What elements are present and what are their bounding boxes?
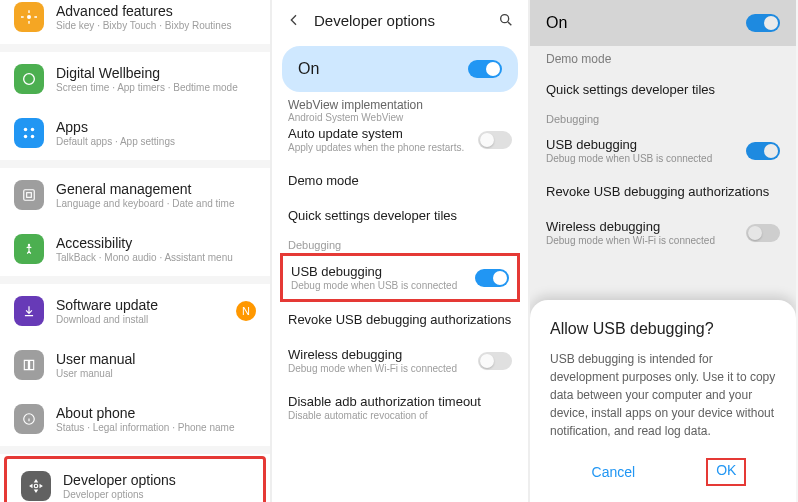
wellbeing-icon xyxy=(14,64,44,94)
toggle-off-icon[interactable] xyxy=(746,224,780,242)
item-title: Digital Wellbeing xyxy=(56,65,256,81)
svg-point-10 xyxy=(34,484,38,488)
svg-point-0 xyxy=(27,15,31,19)
svg-point-3 xyxy=(31,128,35,132)
auto-update-row[interactable]: Auto update systemApply updates when the… xyxy=(272,116,528,163)
svg-point-8 xyxy=(28,244,30,246)
settings-item-about[interactable]: About phoneStatus · Legal information · … xyxy=(0,392,270,446)
item-title: Developer options xyxy=(63,472,249,488)
settings-item-general[interactable]: General managementLanguage and keyboard … xyxy=(0,168,270,222)
item-sub: User manual xyxy=(56,368,256,379)
toggle-on-icon[interactable] xyxy=(475,269,509,287)
row-sub: Apply updates when the phone restarts. xyxy=(288,142,464,153)
toggle-off-icon[interactable] xyxy=(478,352,512,370)
svg-point-4 xyxy=(24,135,28,139)
developer-icon xyxy=(21,471,51,501)
item-sub: Developer options xyxy=(63,489,249,500)
usb-debugging-row[interactable]: USB debuggingDebug mode when USB is conn… xyxy=(530,127,796,174)
item-sub: Side key · Bixby Touch · Bixby Routines xyxy=(56,20,256,31)
svg-point-5 xyxy=(31,135,35,139)
manual-icon xyxy=(14,350,44,380)
row-sub: Debug mode when Wi-Fi is connected xyxy=(288,363,457,374)
demo-mode-row[interactable]: Demo mode xyxy=(272,163,528,198)
advanced-icon xyxy=(14,2,44,32)
quick-tiles-row[interactable]: Quick settings developer tiles xyxy=(530,72,796,107)
settings-item-wellbeing[interactable]: Digital WellbeingScreen time · App timer… xyxy=(0,52,270,106)
back-icon[interactable] xyxy=(284,10,304,30)
software-icon xyxy=(14,296,44,326)
search-icon[interactable] xyxy=(496,10,516,30)
allow-usb-dialog: Allow USB debugging? USB debugging is in… xyxy=(530,300,796,502)
revoke-row[interactable]: Revoke USB debugging authorizations xyxy=(272,302,528,337)
dev-master-toggle[interactable]: On xyxy=(530,0,796,46)
toggle-on-icon[interactable] xyxy=(468,60,502,78)
wireless-debug-row[interactable]: Wireless debuggingDebug mode when Wi-Fi … xyxy=(272,337,528,384)
developer-options-pane: Developer options On WebView implementat… xyxy=(272,0,530,502)
item-title: Advanced features xyxy=(56,3,256,19)
settings-item-advanced[interactable]: Advanced featuresSide key · Bixby Touch … xyxy=(0,0,270,44)
apps-icon xyxy=(14,118,44,148)
dev-master-toggle[interactable]: On xyxy=(282,46,518,92)
row-sub: Debug mode when USB is connected xyxy=(291,280,457,291)
usb-debugging-row[interactable]: USB debuggingDebug mode when USB is conn… xyxy=(280,253,520,302)
settings-item-manual[interactable]: User manualUser manual xyxy=(0,338,270,392)
item-title: User manual xyxy=(56,351,256,367)
revoke-row[interactable]: Revoke USB debugging authorizations xyxy=(530,174,796,209)
toggle-on-icon[interactable] xyxy=(746,142,780,160)
item-title: Accessibility xyxy=(56,235,256,251)
toggle-on-icon[interactable] xyxy=(746,14,780,32)
svg-point-11 xyxy=(501,15,509,23)
dialog-title: Allow USB debugging? xyxy=(550,320,776,338)
toggle-off-icon[interactable] xyxy=(478,131,512,149)
item-sub: Language and keyboard · Date and time xyxy=(56,198,256,209)
item-sub: Screen time · App timers · Bedtime mode xyxy=(56,82,256,93)
row-title: Wireless debugging xyxy=(288,347,457,362)
settings-item-software[interactable]: Software updateDownload and install N xyxy=(0,284,270,338)
item-sub: TalkBack · Mono audio · Assistant menu xyxy=(56,252,256,263)
row-title: Auto update system xyxy=(288,126,464,141)
svg-rect-7 xyxy=(27,193,32,198)
update-badge: N xyxy=(236,301,256,321)
developer-options-dialog-pane: On Demo mode Quick settings developer ti… xyxy=(530,0,796,502)
item-title: General management xyxy=(56,181,256,197)
on-label: On xyxy=(298,60,319,78)
item-sub: Status · Legal information · Phone name xyxy=(56,422,256,433)
accessibility-icon xyxy=(14,234,44,264)
item-sub: Download and install xyxy=(56,314,224,325)
dialog-body: USB debugging is intended for developmen… xyxy=(550,350,776,440)
demo-mode-row[interactable]: Demo mode xyxy=(530,46,796,72)
debugging-section: Debugging xyxy=(530,107,796,127)
adb-timeout-row[interactable]: Disable adb authorization timeoutDisable… xyxy=(272,384,528,431)
settings-list-pane: Advanced featuresSide key · Bixby Touch … xyxy=(0,0,272,502)
quick-tiles-row[interactable]: Quick settings developer tiles xyxy=(272,198,528,233)
svg-point-1 xyxy=(24,74,35,85)
item-title: Apps xyxy=(56,119,256,135)
ok-button[interactable]: OK xyxy=(706,458,746,486)
item-title: About phone xyxy=(56,405,256,421)
svg-point-2 xyxy=(24,128,28,132)
row-sub: Disable automatic revocation of xyxy=(288,410,512,421)
webview-row-partial: WebView implementation Android System We… xyxy=(272,98,528,116)
svg-rect-6 xyxy=(24,190,35,201)
about-icon xyxy=(14,404,44,434)
settings-item-accessibility[interactable]: AccessibilityTalkBack · Mono audio · Ass… xyxy=(0,222,270,276)
page-title: Developer options xyxy=(314,12,486,29)
debugging-section: Debugging xyxy=(272,233,528,253)
dev-header: Developer options xyxy=(272,0,528,40)
item-title: Software update xyxy=(56,297,224,313)
item-sub: Default apps · App settings xyxy=(56,136,256,147)
row-title: USB debugging xyxy=(291,264,457,279)
on-label: On xyxy=(546,14,567,32)
cancel-button[interactable]: Cancel xyxy=(580,458,648,486)
wireless-debug-row[interactable]: Wireless debuggingDebug mode when Wi-Fi … xyxy=(530,209,796,256)
settings-item-developer[interactable]: Developer optionsDeveloper options xyxy=(4,456,266,502)
general-icon xyxy=(14,180,44,210)
settings-item-apps[interactable]: AppsDefault apps · App settings xyxy=(0,106,270,160)
